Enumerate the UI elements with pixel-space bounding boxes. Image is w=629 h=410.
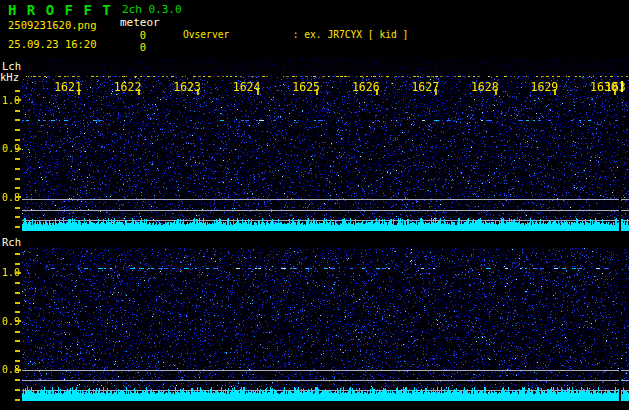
freq-minor-tick — [15, 207, 20, 209]
freq-minor-tick — [15, 110, 20, 112]
time-label: 1629 — [529, 80, 559, 94]
lch-unit-label: kHz — [0, 71, 19, 83]
datetime-label: 25.09.23 16:20 — [8, 38, 97, 50]
observer-line: Ovserver : ex. JR7CYX [ kid ] — [183, 28, 622, 41]
freq-major-tick — [15, 320, 21, 322]
freq-minor-tick — [15, 178, 20, 180]
freq-minor-tick — [15, 399, 20, 401]
freq-minor-tick — [15, 389, 20, 391]
freq-minor-tick — [15, 340, 20, 342]
freq-minor-tick — [15, 139, 20, 141]
hrofft-window: H R O F F T 2ch 0.3.0 2509231620.png met… — [0, 0, 629, 410]
time-label: 1624 — [232, 80, 262, 94]
time-label: 1623 — [172, 80, 202, 94]
time-label: 1627 — [410, 80, 440, 94]
rch-spectrogram — [22, 246, 629, 402]
app-version: 2ch 0.3.0 — [122, 3, 182, 16]
freq-major-tick — [15, 369, 21, 371]
time-label: 1622 — [113, 80, 143, 94]
time-label: 1626 — [351, 80, 381, 94]
current-time-cursor — [619, 58, 621, 402]
freq-minor-tick — [15, 226, 20, 228]
freq-minor-tick — [15, 350, 20, 352]
freq-minor-tick — [15, 253, 20, 255]
meteor-count-top: 0 — [100, 29, 146, 41]
freq-minor-tick — [15, 282, 20, 284]
app-title: H R O F F T — [8, 2, 112, 18]
freq-minor-tick — [15, 119, 20, 121]
freq-major-tick — [15, 148, 21, 150]
freq-minor-tick — [15, 90, 20, 92]
mode-label: meteor — [120, 16, 160, 29]
freq-minor-tick — [15, 292, 20, 294]
freq-major-tick — [15, 196, 21, 198]
time-label: 1621 — [53, 80, 83, 94]
current-time-cursor-mark — [621, 81, 623, 92]
output-filename: 2509231620.png — [8, 19, 97, 31]
time-label-clipped: 163 — [605, 80, 629, 94]
freq-minor-tick — [15, 129, 20, 131]
freq-minor-tick — [15, 158, 20, 160]
freq-major-tick — [15, 272, 21, 274]
freq-minor-tick — [15, 360, 20, 362]
freq-minor-tick — [15, 302, 20, 304]
rch-channel-label: Rch — [2, 236, 21, 248]
time-label: 1625 — [291, 80, 321, 94]
freq-minor-tick — [15, 263, 20, 265]
freq-minor-tick — [15, 216, 20, 218]
freq-minor-tick — [15, 187, 20, 189]
freq-minor-tick — [15, 168, 20, 170]
time-label: 1628 — [470, 80, 500, 94]
freq-minor-tick — [15, 311, 20, 313]
freq-major-tick — [15, 99, 21, 101]
meteor-count-bottom: 0 — [100, 41, 146, 53]
freq-minor-tick — [15, 331, 20, 333]
freq-minor-tick — [15, 379, 20, 381]
